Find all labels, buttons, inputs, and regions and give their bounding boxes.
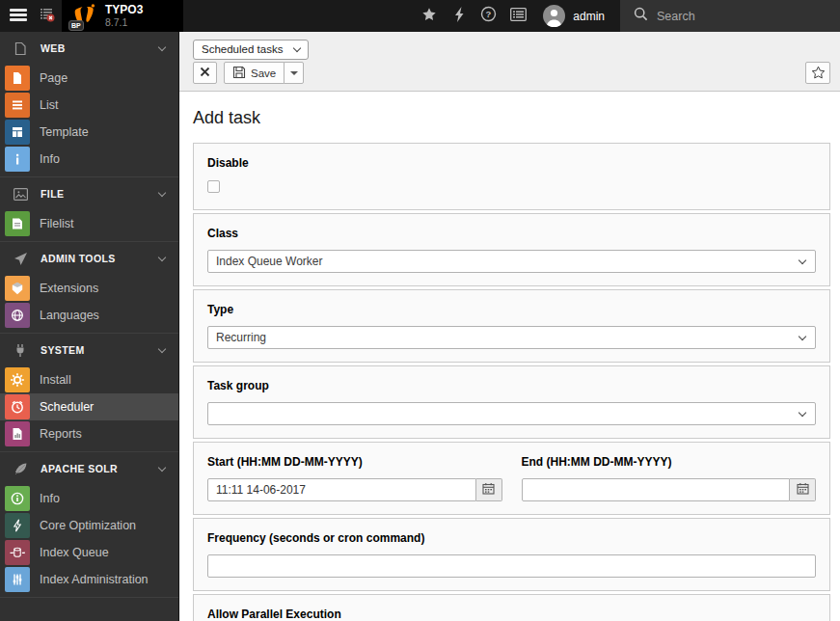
clear-cache-button[interactable] bbox=[444, 0, 474, 32]
languages-module-icon bbox=[5, 303, 30, 328]
end-date-picker-button[interactable] bbox=[790, 478, 816, 501]
module-section-header-web[interactable]: WEB bbox=[0, 32, 178, 65]
chevron-down-icon bbox=[799, 408, 806, 416]
avatar bbox=[543, 5, 565, 27]
chevron-down-icon bbox=[158, 253, 166, 260]
frequency-input[interactable] bbox=[207, 554, 816, 578]
toolbar-search bbox=[620, 0, 840, 32]
extensions-module-icon bbox=[5, 276, 30, 301]
file-image-icon bbox=[13, 188, 28, 201]
page-module-icon bbox=[5, 66, 30, 91]
task-group-select[interactable] bbox=[207, 402, 816, 425]
disable-checkbox[interactable] bbox=[207, 180, 220, 193]
sidebar-item-page[interactable]: Page bbox=[0, 65, 178, 92]
field-label: Frequency (seconds or cron command) bbox=[207, 531, 816, 545]
sidebar-item-extensions[interactable]: Extensions bbox=[0, 275, 178, 302]
sidebar-item-index-administration[interactable]: Index Administration bbox=[0, 566, 178, 593]
save-floppy-icon bbox=[232, 66, 246, 81]
product-name: TYPO3 bbox=[105, 4, 143, 16]
bookmark-button[interactable] bbox=[805, 62, 830, 84]
sidebar-item-info[interactable]: Info bbox=[0, 146, 178, 173]
sidebar-item-install[interactable]: Install bbox=[0, 366, 178, 393]
sidebar-item-index-queue[interactable]: Index Queue bbox=[0, 539, 178, 566]
form-section-parallel: Allow Parallel Execution bbox=[193, 594, 830, 621]
plug-icon bbox=[13, 343, 28, 358]
help-icon: ? bbox=[480, 6, 497, 26]
chevron-down-icon bbox=[293, 43, 301, 51]
close-button[interactable] bbox=[193, 62, 217, 84]
scheduler-module-icon bbox=[5, 394, 30, 419]
save-button[interactable]: Save bbox=[224, 62, 285, 84]
module-section-apache-solr: APACHE SOLR Info Core Optimization Index… bbox=[0, 451, 178, 598]
module-section-system: SYSTEM Install Scheduler Reports bbox=[0, 333, 178, 451]
bookmarks-button[interactable] bbox=[414, 0, 444, 32]
save-options-button[interactable] bbox=[284, 62, 304, 84]
chevron-down-icon bbox=[158, 42, 166, 50]
chevron-down-icon bbox=[158, 344, 166, 352]
end-date-input[interactable] bbox=[522, 478, 791, 501]
sidebar-item-languages[interactable]: Languages bbox=[0, 302, 178, 329]
module-body: Add task Disable Class Index Queue Worke… bbox=[179, 92, 840, 621]
sidebar-item-reports[interactable]: Reports bbox=[0, 420, 178, 447]
module-section-header-system[interactable]: SYSTEM bbox=[0, 334, 178, 366]
template-module-icon bbox=[5, 120, 30, 145]
chevron-down-icon bbox=[158, 463, 166, 471]
user-menu[interactable]: admin bbox=[533, 0, 620, 32]
field-label: Task group bbox=[207, 379, 816, 392]
info-module-icon bbox=[5, 147, 30, 172]
calendar-icon bbox=[482, 481, 495, 499]
reports-module-icon bbox=[5, 421, 30, 446]
sidebar-item-template[interactable]: Template bbox=[0, 119, 178, 146]
close-icon bbox=[200, 67, 210, 79]
calendar-icon bbox=[797, 481, 809, 499]
filelist-module-icon bbox=[5, 211, 30, 236]
search-input[interactable] bbox=[657, 10, 801, 23]
class-select[interactable]: Index Queue Worker bbox=[207, 250, 816, 273]
form-section-frequency: Frequency (seconds or cron command) bbox=[193, 518, 830, 591]
field-label: Start (HH:MM DD-MM-YYYY) bbox=[207, 455, 502, 469]
sidebar-item-scheduler[interactable]: Scheduler bbox=[0, 393, 178, 420]
index-queue-module-icon bbox=[5, 540, 30, 565]
help-button[interactable]: ? bbox=[474, 0, 503, 32]
sidebar-item-solr-info[interactable]: Info bbox=[0, 485, 178, 512]
star-outline-icon bbox=[811, 66, 826, 81]
index-administration-module-icon bbox=[5, 567, 30, 592]
system-log-button[interactable] bbox=[33, 0, 62, 32]
form-section-start-end: Start (HH:MM DD-MM-YYYY) End (HH:MM DD-M… bbox=[193, 442, 830, 515]
hamburger-icon bbox=[10, 8, 27, 25]
star-icon bbox=[421, 7, 437, 26]
type-select[interactable]: Recurring bbox=[207, 326, 816, 349]
solr-feather-icon bbox=[13, 462, 28, 476]
start-date-picker-button[interactable] bbox=[476, 478, 502, 501]
chevron-down-icon bbox=[799, 256, 806, 263]
install-module-icon bbox=[5, 367, 30, 392]
svg-text:?: ? bbox=[486, 9, 492, 19]
module-function-select[interactable]: Scheduled tasks bbox=[193, 40, 309, 60]
caret-down-icon bbox=[290, 71, 298, 75]
module-section-file: FILE Filelist bbox=[0, 176, 178, 241]
typo3-logo[interactable]: BP TYPO3 8.7.1 bbox=[62, 0, 183, 32]
module-section-header-file[interactable]: FILE bbox=[0, 177, 178, 210]
form-section-class: Class Index Queue Worker bbox=[193, 213, 830, 286]
docheader: Scheduled tasks Save bbox=[179, 32, 840, 92]
module-section-header-apache-solr[interactable]: APACHE SOLR bbox=[0, 452, 178, 485]
field-label: Type bbox=[207, 303, 816, 316]
chevron-down-icon bbox=[799, 332, 806, 339]
sidebar-item-core-optimization[interactable]: Core Optimization bbox=[0, 512, 178, 539]
module-section-admin-tools: ADMIN TOOLS Extensions Languages bbox=[0, 241, 178, 333]
logo-bp-badge: BP bbox=[68, 20, 84, 31]
list-panel-icon bbox=[510, 8, 527, 25]
sidebar-item-list[interactable]: List bbox=[0, 92, 178, 119]
topbar: BP TYPO3 8.7.1 ? admin bbox=[0, 0, 840, 32]
menu-toggle-button[interactable] bbox=[4, 0, 33, 32]
module-section-header-admin-tools[interactable]: ADMIN TOOLS bbox=[0, 242, 178, 275]
sidebar-item-filelist[interactable]: Filelist bbox=[0, 210, 178, 237]
core-optimization-module-icon bbox=[5, 513, 30, 538]
system-information-button[interactable] bbox=[503, 0, 533, 32]
product-version: 8.7.1 bbox=[105, 16, 143, 28]
start-date-input[interactable] bbox=[207, 478, 476, 501]
module-section-web: WEB Page List Template Info bbox=[0, 32, 178, 176]
solr-info-module-icon bbox=[5, 486, 30, 511]
form-section-type: Type Recurring bbox=[193, 289, 830, 363]
log-error-badge-icon bbox=[40, 7, 55, 26]
